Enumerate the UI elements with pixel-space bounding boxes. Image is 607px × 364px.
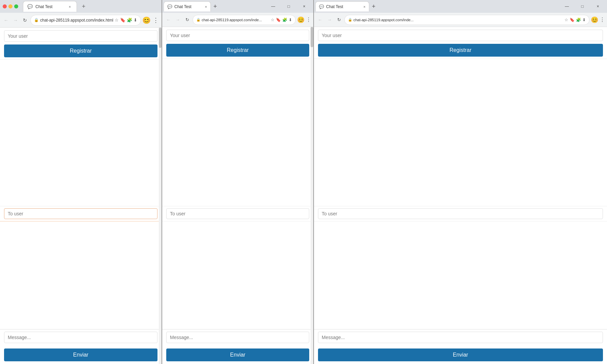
- scroll-thumb-1[interactable]: [159, 28, 162, 48]
- back-btn-3[interactable]: ←: [316, 16, 324, 24]
- reload-btn-1[interactable]: ↻: [21, 16, 29, 24]
- tab-label-1: Chat Test: [35, 4, 52, 9]
- menu-btn-3[interactable]: ⋮: [600, 17, 605, 23]
- message-body-area-2: [162, 221, 313, 329]
- new-tab-btn-1[interactable]: +: [79, 2, 88, 11]
- menu-btn-1[interactable]: ⋮: [152, 17, 160, 24]
- your-user-input-1[interactable]: [4, 30, 157, 42]
- lock-icon-1: 🔒: [34, 18, 39, 22]
- tab-label-3: Chat Test: [326, 4, 343, 9]
- messages-area-3: [314, 59, 607, 206]
- star-icon-1[interactable]: ☆: [115, 18, 119, 23]
- your-user-input-3[interactable]: [318, 30, 603, 41]
- win-minimize-btn-2[interactable]: —: [265, 1, 281, 11]
- win-maximize-btn-2[interactable]: □: [281, 1, 296, 11]
- url-text-3: chat-api-285119.appspot.com/inde...: [353, 18, 563, 22]
- message-input-1[interactable]: [4, 332, 157, 343]
- star-icon-2[interactable]: ☆: [271, 18, 274, 22]
- registrar-btn-1[interactable]: Registrar: [4, 44, 157, 57]
- win-close-btn-3[interactable]: ×: [590, 1, 606, 11]
- enviar-btn-3[interactable]: Enviar: [318, 348, 603, 361]
- extension-icon-1[interactable]: 🧩: [127, 18, 132, 23]
- new-tab-btn-3[interactable]: +: [369, 2, 378, 11]
- scroll-thumb-2[interactable]: [311, 27, 313, 47]
- bookmark-icon-2[interactable]: 🔖: [276, 18, 281, 22]
- tab-label-2: Chat Test: [174, 4, 191, 9]
- registrar-btn-3[interactable]: Registrar: [318, 44, 603, 57]
- extension-icon-2[interactable]: 🧩: [282, 18, 287, 22]
- menu-btn-2[interactable]: ⋮: [306, 17, 311, 23]
- your-user-input-2[interactable]: [166, 30, 309, 41]
- new-tab-btn-2[interactable]: +: [211, 2, 220, 11]
- tab-favicon-2: 💬: [167, 4, 172, 9]
- window-maximize-btn[interactable]: [14, 4, 18, 8]
- forward-btn-3[interactable]: →: [325, 16, 334, 24]
- profile-icon-2[interactable]: 😊: [297, 16, 305, 24]
- win-maximize-btn-3[interactable]: □: [575, 1, 590, 11]
- reload-btn-2[interactable]: ↻: [183, 16, 191, 24]
- tab-chat-test-2[interactable]: 💬 Chat Test ×: [164, 1, 211, 11]
- to-user-input-3[interactable]: [318, 208, 603, 219]
- window-minimize-btn[interactable]: [8, 4, 12, 8]
- download-icon-1[interactable]: ⬇: [134, 18, 137, 23]
- forward-btn-2[interactable]: →: [174, 16, 182, 24]
- url-text-2: chat-api-285119.appspot.com/inde...: [202, 18, 269, 22]
- to-user-input-2[interactable]: [166, 208, 309, 219]
- profile-icon-3[interactable]: 😊: [591, 16, 598, 24]
- messages-area-1: [0, 60, 162, 206]
- tab-close-btn-1[interactable]: ×: [67, 4, 73, 9]
- messages-area-2: [162, 59, 313, 206]
- win-close-btn-2[interactable]: ×: [296, 1, 312, 11]
- url-text-1: chat-api-285119.appspot.com/index.html: [40, 18, 113, 23]
- tab-favicon-1: 💬: [27, 4, 33, 9]
- enviar-btn-2[interactable]: Enviar: [166, 348, 309, 361]
- back-btn-2[interactable]: ←: [164, 16, 172, 24]
- to-user-input-1[interactable]: [4, 208, 157, 219]
- tab-chat-test-1[interactable]: 💬 Chat Test ×: [23, 1, 77, 12]
- lock-icon-2: 🔒: [196, 18, 200, 22]
- star-icon-3[interactable]: ☆: [565, 18, 568, 22]
- scrollbar-1[interactable]: [159, 28, 162, 364]
- message-input-3[interactable]: [318, 332, 603, 343]
- lock-icon-3: 🔒: [348, 18, 352, 22]
- message-input-2[interactable]: [166, 332, 309, 343]
- tab-chat-test-3[interactable]: 💬 Chat Test ×: [315, 1, 369, 11]
- window-close-btn[interactable]: [3, 4, 7, 8]
- message-body-area-1: [0, 221, 162, 329]
- download-icon-3[interactable]: ⬇: [582, 18, 586, 22]
- forward-btn-1[interactable]: →: [11, 16, 20, 24]
- profile-icon-1[interactable]: 😊: [142, 16, 151, 24]
- win-minimize-btn-3[interactable]: —: [559, 1, 575, 11]
- bookmark-icon-1[interactable]: 🔖: [120, 18, 125, 23]
- registrar-btn-2[interactable]: Registrar: [166, 44, 309, 57]
- tab-close-btn-2[interactable]: ×: [205, 5, 207, 9]
- back-btn-1[interactable]: ←: [2, 16, 10, 24]
- enviar-btn-1[interactable]: Enviar: [4, 348, 157, 361]
- message-body-area-3: [314, 221, 607, 329]
- reload-btn-3[interactable]: ↻: [335, 16, 343, 24]
- tab-favicon-3: 💬: [319, 4, 324, 9]
- scrollbar-2[interactable]: [311, 27, 313, 364]
- extension-icon-3[interactable]: 🧩: [576, 18, 581, 22]
- download-icon-2[interactable]: ⬇: [289, 18, 292, 22]
- bookmark-icon-3[interactable]: 🔖: [570, 18, 575, 22]
- tab-close-btn-3[interactable]: ×: [364, 5, 366, 9]
